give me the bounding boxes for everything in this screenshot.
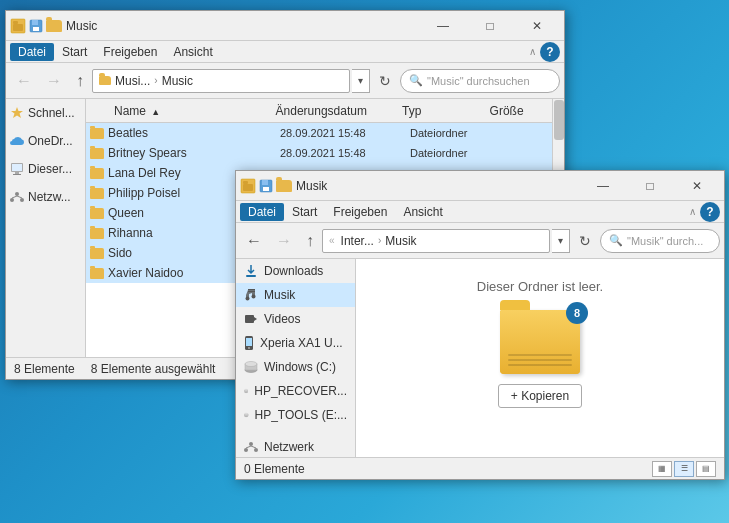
- status-count-1: 8 Elemente: [14, 362, 75, 376]
- phone-icon: [244, 336, 254, 350]
- maximize-button-1[interactable]: □: [467, 11, 513, 41]
- svg-line-15: [17, 196, 22, 198]
- svg-point-25: [246, 297, 250, 301]
- col-header-1: Name ▲ Änderungsdatum Typ Größe: [86, 99, 552, 123]
- svg-marker-28: [254, 317, 257, 321]
- svg-line-14: [12, 196, 17, 198]
- menu-start-2[interactable]: Start: [284, 203, 325, 221]
- view-btn-list[interactable]: ☰: [674, 461, 694, 477]
- svg-point-42: [244, 448, 248, 452]
- svg-line-44: [246, 446, 251, 448]
- menu-start-1[interactable]: Start: [54, 43, 95, 61]
- sidebar-item-hp-tools[interactable]: HP_TOOLS (E:...: [236, 403, 355, 427]
- path-part-1a[interactable]: Musi...: [115, 74, 150, 88]
- menu-datei-1[interactable]: Datei: [10, 43, 54, 61]
- sidebar-item-hp-recover[interactable]: HP_RECOVER...: [236, 379, 355, 403]
- up-button-1[interactable]: ↑: [70, 68, 90, 94]
- view-btn-grid[interactable]: ▦: [652, 461, 672, 477]
- window-title-1: Music: [66, 19, 408, 33]
- title-bar-2: Musik ― □ ✕: [236, 171, 724, 201]
- address-dropdown-1[interactable]: ▾: [352, 69, 370, 93]
- sidebar-label-quickaccess: Schnel...: [28, 106, 75, 120]
- help-button-2[interactable]: ?: [700, 202, 720, 222]
- copy-button[interactable]: + Kopieren: [498, 384, 582, 408]
- sidebar-item-onedrive[interactable]: OneDr...: [6, 127, 85, 155]
- sidebar-label-hp-recover: HP_RECOVER...: [254, 384, 347, 398]
- svg-rect-10: [13, 174, 21, 175]
- window-title-2: Musik: [296, 179, 568, 193]
- col-name-header[interactable]: Name ▲: [90, 104, 276, 118]
- status-bar-2: 0 Elemente ▦ ☰ ▤: [236, 457, 724, 479]
- drive-icon-recover: [244, 384, 248, 398]
- folder-line: [508, 354, 572, 356]
- forward-button-1[interactable]: →: [40, 68, 68, 94]
- forward-button-2[interactable]: →: [270, 228, 298, 254]
- title-bar-icons: [10, 18, 62, 34]
- sidebar-label-onedrive: OneDr...: [28, 134, 73, 148]
- svg-marker-6: [11, 107, 23, 118]
- pc-icon: [10, 162, 24, 176]
- menu-freigeben-2[interactable]: Freigeben: [325, 203, 395, 221]
- svg-point-12: [10, 198, 14, 202]
- folder-icon-2: [276, 180, 292, 192]
- col-size-header[interactable]: Größe: [490, 104, 548, 118]
- svg-line-45: [251, 446, 256, 448]
- status-count-2: 0 Elemente: [244, 462, 305, 476]
- svg-point-13: [20, 198, 24, 202]
- sidebar-item-downloads[interactable]: Downloads: [236, 259, 355, 283]
- close-button-2[interactable]: ✕: [674, 171, 720, 201]
- scrollbar-thumb-1[interactable]: [554, 100, 564, 140]
- minimize-button-1[interactable]: ―: [420, 11, 466, 41]
- svg-rect-8: [12, 164, 22, 171]
- sidebar-label-videos: Videos: [264, 312, 300, 326]
- menu-ansicht-1[interactable]: Ansicht: [165, 43, 220, 61]
- col-date-header[interactable]: Änderungsdatum: [276, 104, 403, 118]
- close-button-1[interactable]: ✕: [514, 11, 560, 41]
- quick-access-icon: [10, 18, 26, 34]
- menu-ansicht-2[interactable]: Ansicht: [395, 203, 450, 221]
- view-btn-detail[interactable]: ▤: [696, 461, 716, 477]
- search-placeholder-2: "Musik" durch...: [627, 235, 703, 247]
- folder-icon-xavier: [90, 268, 104, 279]
- folder-line: [508, 359, 572, 361]
- col-type-header[interactable]: Typ: [402, 104, 490, 118]
- maximize-button-2[interactable]: □: [627, 171, 673, 201]
- refresh-button-1[interactable]: ↻: [372, 69, 398, 93]
- path-part-1b[interactable]: Music: [162, 74, 193, 88]
- expand-ribbon: ∧: [529, 46, 536, 57]
- svg-point-26: [252, 295, 256, 299]
- breadcrumb-arrow-2a: ›: [378, 235, 381, 246]
- sidebar-label-netzwerk: Netzwerk: [264, 440, 314, 454]
- back-button-2[interactable]: ←: [240, 228, 268, 254]
- svg-rect-2: [13, 21, 18, 24]
- window-controls-2: ― □ ✕: [580, 171, 720, 201]
- help-button-1[interactable]: ?: [540, 42, 560, 62]
- minimize-button-2[interactable]: ―: [580, 171, 626, 201]
- sidebar-label-thispc: Dieser...: [28, 162, 72, 176]
- sidebar-item-quickaccess[interactable]: Schnel...: [6, 99, 85, 127]
- video-icon: [244, 312, 258, 326]
- up-button-2[interactable]: ↑: [300, 228, 320, 254]
- refresh-button-2[interactable]: ↻: [572, 229, 598, 253]
- sidebar-item-netzwerk[interactable]: Netzwerk: [236, 435, 355, 457]
- menu-datei-2[interactable]: Datei: [240, 203, 284, 221]
- path-part-2b[interactable]: Musik: [385, 234, 416, 248]
- back-button-1[interactable]: ←: [10, 68, 38, 94]
- path-part-2a[interactable]: Inter...: [341, 234, 374, 248]
- table-row[interactable]: Britney Spears 28.09.2021 15:48 Dateiord…: [86, 143, 552, 163]
- save-icon-2: [258, 178, 274, 194]
- drive-icon-c: [244, 360, 258, 374]
- sidebar-item-musik[interactable]: Musik: [236, 283, 355, 307]
- svg-rect-4: [32, 20, 38, 25]
- address-dropdown-2[interactable]: ▾: [552, 229, 570, 253]
- file-date-beatles: 28.09.2021 15:48: [280, 127, 410, 139]
- search-placeholder-1: "Music" durchsuchen: [427, 75, 530, 87]
- sidebar-item-xperia[interactable]: Xperia XA1 U...: [236, 331, 355, 355]
- menu-freigeben-1[interactable]: Freigeben: [95, 43, 165, 61]
- sidebar-item-videos[interactable]: Videos: [236, 307, 355, 331]
- sidebar-item-network[interactable]: Netzw...: [6, 183, 85, 211]
- table-row[interactable]: Beatles 28.09.2021 15:48 Dateiordner: [86, 123, 552, 143]
- sidebar-item-thispc[interactable]: Dieser...: [6, 155, 85, 183]
- sidebar-label-downloads: Downloads: [264, 264, 323, 278]
- sidebar-item-windows-c[interactable]: Windows (C:): [236, 355, 355, 379]
